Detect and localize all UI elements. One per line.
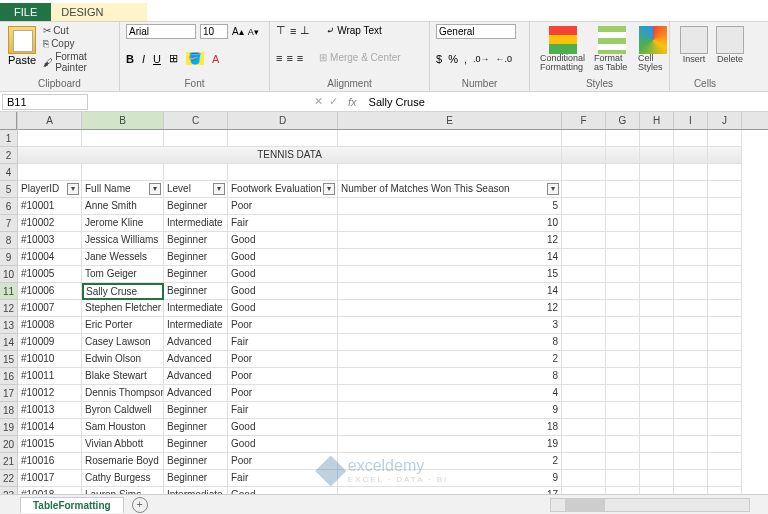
number-format-select[interactable] [436,24,516,39]
cell[interactable] [164,164,228,181]
cell[interactable]: Sally Cruse [82,283,164,300]
cell[interactable] [606,300,640,317]
fx-icon[interactable]: fx [342,96,363,108]
cell[interactable] [708,453,742,470]
cell[interactable]: Beginner [164,402,228,419]
format-as-table-button[interactable]: Format as Table [590,24,634,74]
italic-button[interactable]: I [142,53,145,65]
cell[interactable]: Beginner [164,198,228,215]
cell[interactable] [708,232,742,249]
name-box[interactable] [2,94,88,110]
cell[interactable]: Vivian Abbott [82,436,164,453]
cell[interactable] [708,147,742,164]
cell[interactable]: #10006 [18,283,82,300]
cell[interactable]: Intermediate [164,317,228,334]
cell[interactable]: Intermediate [164,487,228,494]
cell[interactable] [562,487,606,494]
row-header[interactable]: 20 [0,436,17,453]
cell[interactable]: #10001 [18,198,82,215]
cell[interactable] [640,283,674,300]
cell[interactable]: #10002 [18,215,82,232]
cell[interactable]: #10008 [18,317,82,334]
column-header[interactable]: F [562,112,606,129]
cell[interactable] [674,317,708,334]
cell[interactable] [640,198,674,215]
cell[interactable]: 15 [338,266,562,283]
filter-dropdown-icon[interactable]: ▾ [323,183,335,195]
cell[interactable] [640,487,674,494]
cell[interactable]: PlayerID▾ [18,181,82,198]
row-header[interactable]: 10 [0,266,17,283]
cell[interactable]: Poor [228,351,338,368]
merge-center-button[interactable]: ⊞ Merge & Center [319,52,400,63]
cell[interactable] [562,164,606,181]
cell[interactable]: Footwork Evaluation▾ [228,181,338,198]
cell[interactable]: 8 [338,368,562,385]
decrease-decimal-button[interactable]: ←.0 [495,54,512,64]
cell[interactable]: Advanced [164,334,228,351]
cell[interactable] [606,368,640,385]
cell[interactable] [708,164,742,181]
cell[interactable] [708,419,742,436]
cell[interactable] [708,334,742,351]
cell[interactable] [674,215,708,232]
cell[interactable]: 5 [338,198,562,215]
cell[interactable]: Number of Matches Won This Season▾ [338,181,562,198]
cell[interactable] [708,266,742,283]
cell[interactable]: Beginner [164,436,228,453]
cell[interactable]: Intermediate [164,300,228,317]
cell[interactable]: Fair [228,215,338,232]
cell[interactable] [562,232,606,249]
delete-cells-button[interactable]: Delete [712,24,748,66]
cell[interactable] [640,368,674,385]
cell[interactable]: Lauren Sims [82,487,164,494]
cell[interactable]: Casey Lawson [82,334,164,351]
cell[interactable]: 18 [338,419,562,436]
format-painter-button[interactable]: 🖌Format Painter [40,50,113,74]
cell[interactable] [562,198,606,215]
row-header[interactable]: 15 [0,351,17,368]
cell[interactable] [562,368,606,385]
column-header[interactable]: A [18,112,82,129]
cell[interactable]: Dennis Thompson [82,385,164,402]
enter-icon[interactable]: ✓ [329,95,338,108]
cell[interactable]: 12 [338,300,562,317]
column-header[interactable]: E [338,112,562,129]
cell[interactable] [674,351,708,368]
increase-font-icon[interactable]: A▴ [232,26,244,37]
cell[interactable] [640,266,674,283]
cell[interactable] [708,487,742,494]
cell[interactable] [708,470,742,487]
select-all-corner[interactable] [0,112,17,130]
cell[interactable]: #10004 [18,249,82,266]
cell[interactable] [606,402,640,419]
cell[interactable]: Good [228,266,338,283]
cell[interactable] [640,436,674,453]
cell[interactable]: Good [228,487,338,494]
cell[interactable]: Anne Smith [82,198,164,215]
cell[interactable] [640,453,674,470]
row-header[interactable]: 5 [0,181,17,198]
cell[interactable] [606,385,640,402]
cell[interactable]: Jerome Kline [82,215,164,232]
row-header[interactable]: 18 [0,402,17,419]
row-header[interactable]: 19 [0,419,17,436]
cell[interactable] [18,130,82,147]
cell[interactable] [18,164,82,181]
column-header[interactable]: B [82,112,164,129]
cell[interactable] [640,470,674,487]
cell[interactable]: Fair [228,402,338,419]
cell[interactable] [562,334,606,351]
cell[interactable]: Good [228,283,338,300]
cell[interactable]: Eric Porter [82,317,164,334]
cell[interactable] [674,470,708,487]
spreadsheet-grid[interactable]: 1245678910111213141516171819202122232425… [0,112,768,494]
cell[interactable] [164,130,228,147]
fill-color-button[interactable]: 🪣 [186,52,204,65]
cell[interactable]: 4 [338,385,562,402]
cell[interactable]: Advanced [164,368,228,385]
cell[interactable] [606,181,640,198]
bold-button[interactable]: B [126,53,134,65]
row-header[interactable]: 17 [0,385,17,402]
cell[interactable] [640,130,674,147]
